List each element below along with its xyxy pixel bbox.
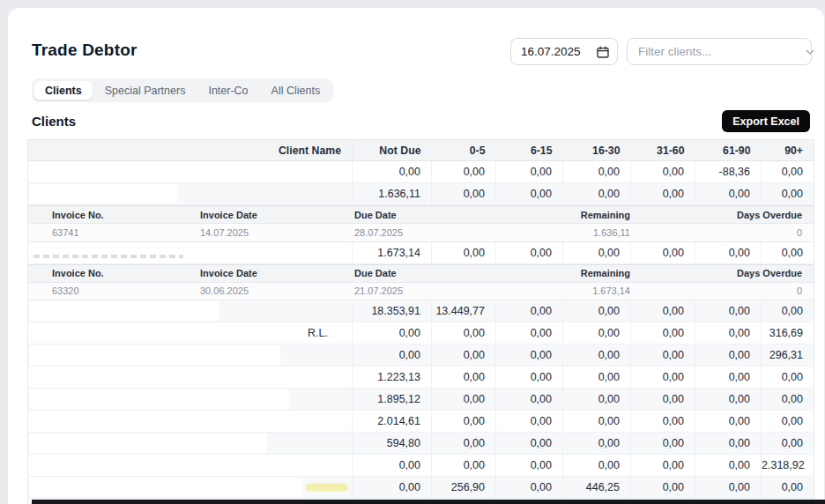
amount-cell: 18.353,91 (353, 300, 432, 322)
amount-cell: 0,00 (695, 241, 762, 263)
redacted-client-name (29, 184, 177, 204)
date-picker[interactable]: 16.07.2025 (510, 38, 618, 65)
invoice-col-header: Days Overdue (632, 206, 814, 224)
amount-cell: 0,00 (695, 300, 762, 322)
client-row[interactable]: R.L.0,000,000,000,000,000,00316,69 (28, 322, 814, 345)
amount-cell: 13.449,77 (432, 300, 496, 322)
redacted-client-name (29, 345, 280, 365)
client-row[interactable]: 1.673,140,000,000,000,000,000,00 (28, 241, 814, 263)
amount-cell: 0,00 (432, 367, 496, 389)
client-row[interactable]: 1.223,130,000,000,000,000,000,00 (28, 367, 814, 389)
client-row[interactable]: 0,000,000,000,000,000,00296,31 (28, 345, 814, 367)
export-excel-button[interactable]: Export Excel (722, 110, 810, 132)
invoice-cell: 1.636,11 (557, 224, 632, 241)
amount-cell: 1.223,13 (353, 367, 432, 389)
client-row[interactable]: 18.353,9113.449,770,000,000,000,000,00 (28, 300, 814, 322)
invoice-col-header: Remaining (557, 206, 632, 224)
calendar-icon[interactable] (597, 46, 609, 58)
invoice-header-row: Invoice No.Invoice DateDue DateRemaining… (28, 264, 814, 282)
chevron-down-icon[interactable] (805, 47, 815, 57)
amount-cell: 0,00 (563, 389, 631, 411)
amount-cell: 0,00 (695, 183, 762, 205)
client-filter-select[interactable] (627, 38, 812, 65)
client-row[interactable]: 0,000,000,000,000,000,002.318,92 (28, 455, 814, 477)
tab-inter-co[interactable]: Inter-Co (197, 81, 258, 100)
invoice-row: 6332030.06.202521.07.20251.673,140 (28, 282, 814, 300)
invoice-col-header: Invoice Date (178, 206, 332, 224)
client-name-cell (28, 477, 353, 499)
date-value: 16.07.2025 (521, 45, 581, 58)
amount-cell: 296,31 (762, 345, 814, 367)
amount-cell: 316,69 (762, 322, 814, 345)
invoice-subtable: Invoice No.Invoice DateDue DateRemaining… (28, 264, 814, 300)
invoice-cell: 1.673,14 (557, 282, 632, 300)
amount-cell: 446,25 (563, 477, 631, 499)
invoice-col-header: Remaining (557, 264, 632, 282)
main-card: Trade Debtor 16.07.2025 Clients Special … (7, 7, 825, 504)
invoice-subtable-row: Invoice No.Invoice DateDue DateRemaining… (28, 205, 814, 242)
amount-cell: 256,90 (432, 477, 496, 499)
amount-cell: 0,00 (631, 411, 695, 433)
amount-cell: 0,00 (762, 477, 814, 499)
client-name-fragment: R.L. (308, 327, 328, 339)
amount-cell: 0,00 (695, 455, 762, 477)
client-row[interactable]: 1.636,110,000,000,000,000,000,00 (28, 183, 814, 205)
client-filter-input[interactable] (638, 45, 794, 58)
col-61-90: 61-90 (695, 140, 762, 161)
amount-cell: 0,00 (631, 477, 695, 499)
aging-table: Client Name Not Due 0-5 6-15 16-30 31-60… (27, 139, 814, 504)
client-name-cell (28, 161, 353, 183)
invoice-cell: 0 (632, 282, 814, 300)
amount-cell: 0,00 (432, 241, 496, 263)
amount-cell: 0,00 (563, 183, 631, 205)
col-client-name: Client Name (28, 140, 353, 161)
invoice-cell: 14.07.2025 (178, 224, 332, 241)
client-row[interactable]: 2.014,610,000,000,000,000,000,00 (28, 411, 814, 433)
amount-cell: 594,80 (353, 433, 432, 455)
client-name-cell (28, 455, 353, 477)
client-row[interactable]: 1.895,120,000,000,000,000,000,00 (28, 389, 814, 411)
amount-cell: 0,00 (432, 345, 496, 367)
amount-cell: 0,00 (496, 477, 563, 499)
amount-cell: 0,00 (432, 161, 496, 183)
amount-cell: 0,00 (762, 433, 814, 455)
amount-cell: 0,00 (631, 161, 695, 183)
tab-clients[interactable]: Clients (34, 81, 93, 100)
amount-cell: 0,00 (631, 241, 695, 263)
amount-cell: 0,00 (631, 389, 695, 411)
amount-cell: 0,00 (762, 300, 814, 322)
invoice-col-header: Due Date (332, 206, 557, 224)
col-0-5: 0-5 (432, 140, 496, 161)
amount-cell: 0,00 (631, 433, 695, 455)
amount-cell: 0,00 (353, 477, 432, 499)
page-title: Trade Debtor (32, 41, 138, 60)
client-name-cell (28, 345, 353, 367)
client-row[interactable]: 0,00256,900,00446,250,000,000,00 (28, 477, 814, 499)
amount-cell: 0,00 (563, 161, 631, 183)
invoice-subtable-cell: Invoice No.Invoice DateDue DateRemaining… (28, 205, 814, 242)
client-name-cell (28, 300, 353, 322)
aging-table-wrap: Client Name Not Due 0-5 6-15 16-30 31-60… (27, 139, 814, 504)
client-name-cell (28, 433, 353, 455)
col-16-30: 16-30 (563, 140, 631, 161)
client-row[interactable]: 0,000,000,000,000,00-88,360,00 (28, 161, 814, 183)
amount-cell: 0,00 (563, 367, 631, 389)
amount-cell: 0,00 (496, 161, 563, 183)
tab-all-clients[interactable]: All Clients (261, 81, 331, 100)
client-row[interactable]: 594,800,000,000,000,000,000,00 (28, 433, 814, 455)
invoice-cell: 21.07.2025 (332, 282, 557, 300)
amount-cell: 0,00 (762, 161, 814, 183)
amount-cell: 0,00 (353, 345, 432, 367)
amount-cell: 0,00 (563, 411, 631, 433)
invoice-subtable-row: Invoice No.Invoice DateDue DateRemaining… (28, 263, 814, 300)
amount-cell: 0,00 (563, 433, 631, 455)
amount-cell: 0,00 (496, 433, 563, 455)
invoice-col-header: Invoice No. (28, 206, 178, 224)
amount-cell: 1.636,11 (353, 183, 432, 205)
invoice-col-header: Due Date (332, 264, 557, 282)
redacted-client-name (29, 478, 302, 497)
redacted-client-name (29, 301, 219, 321)
tab-special-partners[interactable]: Special Partners (94, 81, 197, 100)
amount-cell: 0,00 (353, 322, 432, 345)
client-name-cell (28, 183, 353, 205)
